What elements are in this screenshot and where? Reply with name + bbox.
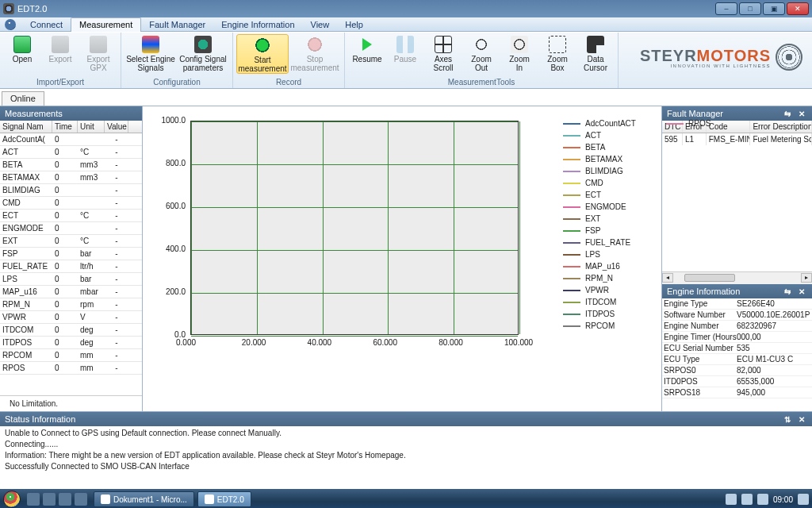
tray-icon[interactable]: [741, 494, 753, 505]
table-row[interactable]: VPWR0V-: [0, 311, 142, 324]
tray-clock[interactable]: 09:00: [773, 495, 793, 504]
brand-text-2: MOTORS: [697, 47, 771, 64]
ribbon-tab-measurement[interactable]: Measurement: [71, 17, 141, 32]
button-label: Resume: [352, 55, 381, 64]
table-row[interactable]: BETAMAX0mm3-: [0, 171, 142, 184]
taskbar-item[interactable]: EDT2.0: [197, 491, 251, 507]
start-button[interactable]: [3, 491, 21, 508]
quicklaunch-item[interactable]: [27, 493, 40, 506]
table-row[interactable]: ACT0°C-: [0, 146, 142, 159]
fault-table[interactable]: DTC Error Code Error Description 595L1FM…: [662, 121, 812, 271]
group-label: Import/Export: [0, 77, 121, 88]
restore-button[interactable]: □: [739, 2, 761, 15]
ribbon-tab-help[interactable]: Help: [337, 17, 371, 32]
measurements-footer: No Limitation.: [0, 395, 142, 411]
table-row[interactable]: CMD0-: [0, 197, 142, 210]
legend-color-icon: [563, 290, 580, 291]
table-row[interactable]: 595L1FMS_E-MINFuel Metering Sc: [662, 133, 812, 145]
table-row[interactable]: FUEL_RATE0ltr/h-: [0, 260, 142, 273]
config-signal-button[interactable]: Config Signal parameters: [177, 34, 229, 72]
ribbon-tab-fault-manager[interactable]: Fault Manager: [141, 17, 213, 32]
col-time[interactable]: Time: [52, 121, 78, 133]
quicklaunch-item[interactable]: [75, 493, 87, 506]
engine-close-button[interactable]: [796, 287, 807, 296]
info-row: ECU Serial Number535: [662, 343, 812, 354]
resume-button[interactable]: Resume: [348, 34, 386, 64]
legend-label: RPOS: [688, 117, 710, 129]
start-button[interactable]: Start measurement: [236, 34, 289, 74]
fault-close-button[interactable]: [796, 109, 807, 118]
zoom-button[interactable]: Zoom Out: [462, 34, 500, 72]
ribbon-tab-connect[interactable]: Connect: [22, 17, 71, 32]
quicklaunch-item[interactable]: [59, 493, 71, 506]
tab-online[interactable]: Online: [2, 91, 44, 106]
tray-icon[interactable]: [798, 494, 809, 505]
group-label: MeasurementTools: [345, 77, 618, 88]
legend-item: ACT: [563, 129, 636, 141]
scroll-left-arrow[interactable]: ◂: [662, 273, 673, 283]
measurements-table[interactable]: Signal Nam Time Unit Value AdcCountA(0-A…: [0, 121, 142, 395]
status-close-button[interactable]: [796, 414, 807, 424]
legend-color-icon: [563, 147, 580, 148]
status-body[interactable]: Unable to Connect to GPS using Default c…: [0, 426, 812, 489]
table-row[interactable]: BETA0mm3-: [0, 159, 142, 171]
export-icon: [90, 36, 107, 53]
quicklaunch-item[interactable]: [43, 493, 56, 506]
col-code[interactable]: Code: [707, 121, 751, 133]
engine-info-title-label: Engine Information: [667, 287, 740, 296]
sel-icon: [142, 36, 159, 53]
fault-hscroll[interactable]: ◂ ▸: [662, 271, 812, 284]
taskbar-item-label: Dokument1 - Micro...: [113, 495, 187, 504]
table-row[interactable]: ITDPOS0deg-: [0, 337, 142, 349]
open-button[interactable]: Open: [3, 34, 41, 64]
legend-label: VPWR: [585, 284, 609, 296]
chart-canvas[interactable]: [190, 121, 519, 335]
minimize-button[interactable]: –: [715, 2, 737, 15]
table-row[interactable]: AdcCountA(0-: [0, 133, 142, 146]
button-label: Stop measurement: [290, 55, 339, 72]
tray-volume-icon[interactable]: [757, 494, 768, 505]
table-row[interactable]: FSP0bar-: [0, 248, 142, 260]
pause-button: Pause: [386, 34, 424, 64]
legend-item: ITDCOM: [563, 296, 636, 308]
ribbon-tab-engine-information[interactable]: Engine Information: [213, 17, 302, 32]
button-label: Open: [13, 55, 32, 64]
table-row[interactable]: RPOS0mm-: [0, 362, 142, 375]
col-unit[interactable]: Unit: [78, 121, 105, 133]
col-signal-name[interactable]: Signal Nam: [0, 121, 52, 133]
table-row[interactable]: ITDCOM0deg-: [0, 324, 142, 337]
app-menu-button[interactable]: [5, 19, 16, 30]
table-row[interactable]: RPCOM0mm-: [0, 349, 142, 362]
data-button[interactable]: Data Cursor: [576, 34, 615, 72]
col-value[interactable]: Value: [105, 121, 128, 133]
zoom-button[interactable]: Zoom In: [500, 34, 538, 72]
col-err-desc[interactable]: Error Description: [750, 121, 812, 133]
axes-button[interactable]: Axes Scroll: [424, 34, 462, 72]
scroll-right-arrow[interactable]: ▸: [801, 273, 812, 283]
taskbar-item-label: EDT2.0: [217, 495, 244, 504]
table-row[interactable]: LPS0bar-: [0, 273, 142, 286]
table-row[interactable]: BLIMDIAG0-: [0, 184, 142, 197]
ribbon-group-record: Start measurementStop measurementRecord: [233, 33, 345, 88]
table-row[interactable]: RPM_N0rpm-: [0, 298, 142, 311]
pause-icon: [396, 36, 414, 53]
taskbar-item[interactable]: Dokument1 - Micro...: [94, 491, 194, 507]
fault-pin-button[interactable]: [782, 109, 793, 118]
zoomi-icon: [511, 36, 528, 53]
table-row[interactable]: EXT0°C-: [0, 235, 142, 248]
table-row[interactable]: ECT0°C-: [0, 210, 142, 222]
select-engine-button[interactable]: Select Engine Signals: [124, 34, 177, 72]
maximize-button[interactable]: ▣: [763, 2, 785, 15]
legend-color-icon: [563, 266, 580, 267]
engine-pin-button[interactable]: [782, 287, 793, 296]
ribbon-tab-view[interactable]: View: [303, 17, 338, 32]
status-swap-button[interactable]: [782, 414, 793, 424]
zoom-button[interactable]: Zoom Box: [538, 34, 576, 72]
table-row[interactable]: ENGMODE0-: [0, 222, 142, 235]
right-column: Fault Manager DTC Error Code Error Descr…: [661, 106, 812, 411]
close-button[interactable]: ✕: [787, 2, 809, 15]
scroll-thumb[interactable]: [684, 274, 735, 282]
chart-area[interactable]: 0.0200.0400.0600.0800.01000.00.00020.000…: [143, 106, 661, 411]
table-row[interactable]: MAP_u160mbar-: [0, 286, 142, 298]
tray-icon[interactable]: [726, 494, 737, 505]
